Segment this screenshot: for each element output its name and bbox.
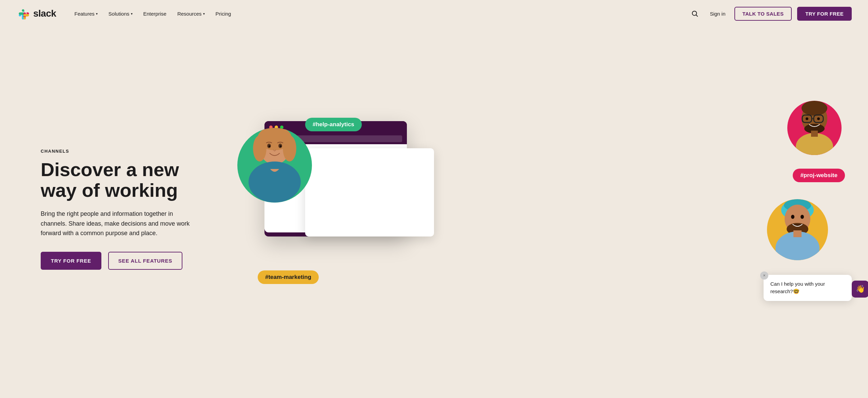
try-for-free-button[interactable]: TRY FOR FREE bbox=[41, 252, 101, 270]
channel-pill-analytics: #help-analytics bbox=[305, 118, 362, 131]
svg-rect-29 bbox=[793, 230, 802, 237]
hero-heading: Discover a new way of working bbox=[41, 159, 217, 201]
man-bottom-silhouette-icon bbox=[767, 199, 828, 260]
svg-point-4 bbox=[253, 135, 267, 162]
hero-buttons: TRY FOR FREE SEE ALL FEATURES bbox=[41, 252, 217, 270]
chevron-down-icon: ▾ bbox=[131, 12, 133, 16]
svg-point-5 bbox=[283, 135, 296, 162]
chevron-down-icon: ▾ bbox=[203, 12, 205, 16]
hero-section: CHANNELS Discover a new way of working B… bbox=[0, 27, 868, 398]
avatar-man-right bbox=[787, 101, 842, 155]
svg-rect-21 bbox=[811, 131, 818, 137]
hero-description: Bring the right people and information t… bbox=[41, 209, 190, 238]
nav-solutions[interactable]: Solutions ▾ bbox=[104, 8, 137, 19]
navbar: slack Features ▾ Solutions ▾ Enterprise … bbox=[0, 0, 868, 27]
sign-in-link[interactable]: Sign in bbox=[707, 8, 729, 19]
channel-pill-team-marketing: #team-marketing bbox=[258, 270, 319, 284]
chevron-down-icon: ▾ bbox=[96, 12, 98, 16]
avatar-woman bbox=[237, 128, 312, 203]
nav-links: Features ▾ Solutions ▾ Enterprise Resour… bbox=[70, 8, 688, 19]
chat-widget-message: Can I help you with your research?🤓 bbox=[770, 280, 845, 296]
see-all-features-button[interactable]: SEE ALL FEATURES bbox=[108, 252, 182, 270]
search-button[interactable] bbox=[688, 7, 701, 20]
search-icon bbox=[691, 10, 698, 17]
avatar-man-bottom bbox=[767, 199, 828, 260]
nav-enterprise[interactable]: Enterprise bbox=[139, 8, 171, 19]
chat-widget-close-button[interactable]: × bbox=[760, 271, 768, 280]
svg-point-27 bbox=[801, 215, 804, 219]
nav-resources[interactable]: Resources ▾ bbox=[173, 8, 210, 19]
logo-link[interactable]: slack bbox=[16, 7, 56, 20]
brand-name: slack bbox=[33, 8, 56, 19]
hero-content: CHANNELS Discover a new way of working B… bbox=[41, 149, 217, 270]
content-panel bbox=[305, 148, 434, 236]
svg-point-10 bbox=[269, 145, 271, 147]
nav-features[interactable]: Features ▾ bbox=[70, 8, 102, 19]
svg-point-7 bbox=[249, 162, 301, 203]
chat-widget: × Can I help you with your research?🤓 👋 bbox=[764, 275, 852, 301]
svg-line-1 bbox=[696, 15, 697, 16]
channel-pill-proj-website: #proj-website bbox=[793, 169, 845, 182]
svg-point-26 bbox=[791, 215, 794, 219]
try-for-free-nav-button[interactable]: TRY FOR FREE bbox=[797, 7, 852, 21]
hero-illustration: #help-analytics #proj-website #team-mark… bbox=[237, 108, 852, 311]
svg-point-13 bbox=[802, 101, 827, 116]
talk-to-sales-button[interactable]: TALK TO SALES bbox=[734, 7, 792, 21]
section-label: CHANNELS bbox=[41, 149, 217, 154]
woman-silhouette-icon bbox=[237, 128, 312, 203]
svg-point-18 bbox=[817, 117, 820, 120]
slack-logo-icon bbox=[16, 7, 30, 20]
nav-right: Sign in TALK TO SALES TRY FOR FREE bbox=[688, 7, 852, 21]
chat-widget-avatar-button[interactable]: 👋 bbox=[852, 281, 868, 298]
nav-pricing[interactable]: Pricing bbox=[211, 8, 236, 19]
svg-point-17 bbox=[806, 117, 808, 120]
man-right-silhouette-icon bbox=[787, 101, 842, 155]
svg-point-11 bbox=[280, 145, 282, 147]
